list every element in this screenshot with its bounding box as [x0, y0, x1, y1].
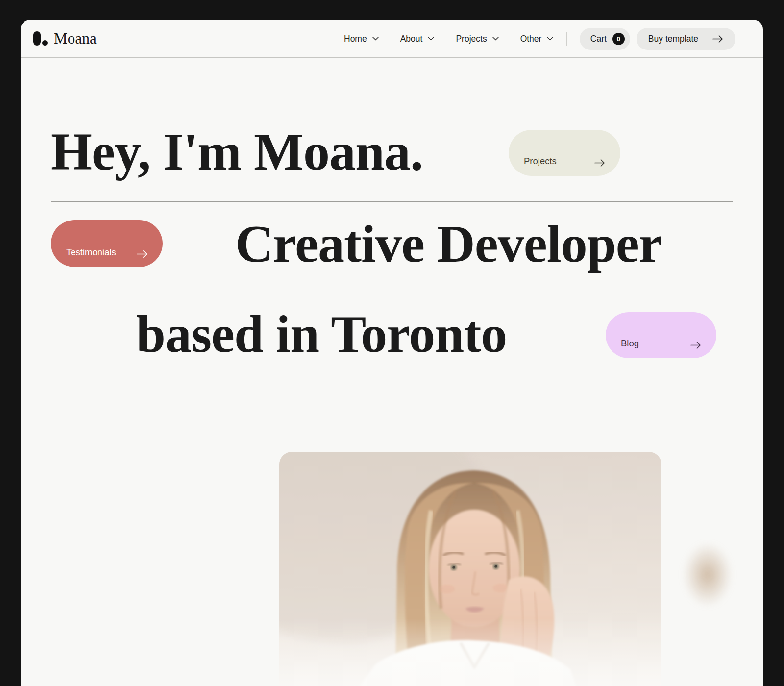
nav-item-label: About [400, 34, 423, 44]
nav-item-about[interactable]: About [400, 34, 435, 44]
cart-label: Cart [590, 34, 607, 44]
hero-greeting-heading: Hey, I'm Moana. [51, 125, 423, 178]
header-actions: Cart 0 Buy template [566, 20, 735, 58]
divider [51, 201, 733, 202]
nav-item-label: Home [344, 34, 367, 44]
arrow-right-icon [712, 35, 724, 43]
nav-item-home[interactable]: Home [344, 34, 379, 44]
buy-template-label: Buy template [648, 34, 698, 44]
hero-location-heading: based in Toronto [136, 308, 507, 361]
logo-icon [33, 31, 49, 47]
buy-template-button[interactable]: Buy template [637, 28, 735, 50]
divider [51, 294, 733, 294]
arrow-right-icon [690, 341, 702, 349]
brand-logo[interactable]: Moana [33, 20, 97, 58]
header: Moana Home About Projects Other [21, 20, 763, 58]
nav-item-label: Projects [456, 34, 487, 44]
arrow-right-icon [594, 159, 606, 167]
chevron-down-icon [547, 37, 553, 41]
nav-item-label: Other [520, 34, 542, 44]
arrow-right-icon [136, 250, 148, 258]
chevron-down-icon [372, 37, 379, 41]
projects-button-label: Projects [524, 156, 557, 167]
nav-item-projects[interactable]: Projects [456, 34, 498, 44]
nav-item-other[interactable]: Other [520, 34, 554, 44]
projects-button[interactable]: Projects [509, 130, 620, 176]
blog-button[interactable]: Blog [606, 312, 716, 358]
header-divider [566, 32, 567, 46]
hero-role-heading: Creative Developer [235, 218, 662, 270]
main-nav: Home About Projects Other [344, 20, 553, 58]
page-card: Moana Home About Projects Other [21, 20, 763, 686]
testimonials-button[interactable]: Testimonials [51, 220, 163, 267]
decorative-blur-shape [683, 543, 732, 607]
portrait-photo [279, 452, 662, 686]
chevron-down-icon [428, 37, 434, 41]
chevron-down-icon [492, 37, 499, 41]
testimonials-button-label: Testimonials [66, 247, 116, 258]
brand-name: Moana [54, 30, 97, 48]
cart-count-badge: 0 [612, 33, 625, 45]
blog-button-label: Blog [621, 338, 639, 349]
cart-button[interactable]: Cart 0 [580, 28, 630, 50]
